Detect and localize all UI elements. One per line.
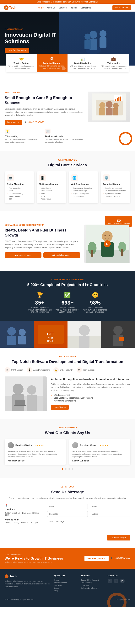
svg-point-25 xyxy=(109,235,110,236)
about-desc: Set to perspiciatis unde ominatis enim u… xyxy=(5,108,84,117)
why-tab-ux[interactable]: 🖥 UX/UI Design xyxy=(5,367,23,372)
consulting-icon: 💼 xyxy=(100,57,127,61)
cta-right: Get Free Quote → 📞 +888 (123) 456-46 xyxy=(84,556,130,561)
footer-services-list: Design & Development UX/UI Strategy IT S… xyxy=(81,579,104,590)
t-header-2: Excellent Works... ★★★★★ xyxy=(72,442,127,448)
name-input[interactable] xyxy=(47,504,88,509)
nav-services[interactable]: Services xyxy=(58,6,66,9)
footer-logo-icon: 🏠 xyxy=(5,574,8,578)
t-author-1: Andrew D. Bricker xyxy=(8,460,63,462)
about-circle-decoration xyxy=(119,132,132,145)
dot-1[interactable] xyxy=(62,468,63,470)
footer-services: Services Design & Development UX/UI Stra… xyxy=(81,574,104,592)
play-button[interactable]: ▶ xyxy=(104,240,111,247)
nav-projects[interactable]: Projects xyxy=(70,6,78,9)
trophy-icon: 🏆 xyxy=(28,292,52,298)
why-tab-tech[interactable]: 🛠 Tech Support xyxy=(76,367,94,372)
cta-section: Need Consultation ? We're Ready to Growt… xyxy=(0,548,135,569)
footer-quicklinks-list: Home About Company Our Team Career Blog xyxy=(54,579,77,592)
email-input[interactable] xyxy=(90,504,130,509)
footer-link-home[interactable]: Home xyxy=(54,579,77,581)
service-tech-list: Security Management Environment Administ… xyxy=(103,187,128,198)
t-header-1: Excellent Works... ★★★★★ xyxy=(8,442,63,448)
svg-rect-32 xyxy=(7,336,16,345)
social-icons: f t in xyxy=(108,579,130,583)
footer-social-title: Follow Us xyxy=(108,574,130,577)
submit-button[interactable]: Send Message xyxy=(107,535,130,540)
gallery-strip: GET SHIT DONE xyxy=(0,321,135,348)
t-author-2: Andrew D. Bricker xyxy=(72,460,127,462)
counter-sat-label: Clients SatisfactionWith 35 years of exp… xyxy=(83,307,107,313)
about-feature-2-title: Business Growth xyxy=(45,135,84,138)
logo[interactable]: 🏠 Tech xyxy=(4,6,16,10)
testimonials-section: Clients Feedback What Our Clients Say Us… xyxy=(0,419,135,478)
form-name-email-row xyxy=(47,504,130,509)
service-dm-item-4: Market Analysis xyxy=(7,195,32,198)
phone-number: +888 (123) 456-78 xyxy=(28,121,44,123)
nav-about[interactable]: About Us xyxy=(47,6,55,9)
footer-svc-1[interactable]: Design & Development xyxy=(81,579,104,581)
svg-point-52 xyxy=(27,385,36,394)
message-textarea[interactable] xyxy=(47,519,130,534)
svg-point-9 xyxy=(99,102,106,108)
stat-marketing-arrow[interactable]: → xyxy=(92,66,96,70)
service-web-title: Web Development xyxy=(71,183,96,185)
dot-4[interactable] xyxy=(72,468,73,470)
svg-point-31 xyxy=(7,327,16,336)
service-mob-item-3: Swift xyxy=(39,192,64,195)
svg-rect-27 xyxy=(91,250,93,257)
stat-consulting-desc: With over 35 years of experience. 500+ e… xyxy=(100,65,127,70)
t-text-1: Sed ut perspiciatis unde omnis iste natu… xyxy=(8,450,63,458)
t-avatar-2 xyxy=(72,442,78,448)
footer-svc-2[interactable]: UX/UI Strategy xyxy=(81,581,104,584)
about-learn-button[interactable]: Learn More → xyxy=(5,120,22,125)
stat-trusted-arrow[interactable]: → xyxy=(31,66,35,70)
get-quote-button[interactable]: Get a Quote ▾ xyxy=(112,5,131,10)
why-learn-button[interactable]: Learn More → xyxy=(51,405,69,410)
nav-home[interactable]: Home xyxy=(38,6,44,9)
nav-contact[interactable]: Contact Us xyxy=(80,6,91,9)
why-list-item-3: Wireframing & Prototyping xyxy=(51,400,130,402)
ux-tab-icon: 🖥 xyxy=(5,367,10,372)
footer-link-about[interactable]: About Company xyxy=(54,581,77,584)
subject-input[interactable] xyxy=(90,511,130,517)
footer-link-blog[interactable]: Blog xyxy=(54,590,77,592)
service-mob-list: UX/UI Design Cross-Platform Swift Kotlin… xyxy=(39,187,64,200)
stats-row: 🤝 Trusted Partner With over 35 years of … xyxy=(6,54,129,72)
svg-point-42 xyxy=(79,325,90,336)
counter-grid: 🏆 35+ Years Of ExperienceWith 35 years o… xyxy=(5,292,130,313)
hero-cta-button[interactable]: Let's Get Started → xyxy=(5,48,29,53)
phone-badge: 📞 +888 (123) 456-78 xyxy=(25,121,44,123)
why-tab-apps[interactable]: 📱 Apps Development xyxy=(27,367,50,372)
facebook-icon[interactable]: f xyxy=(108,579,112,583)
instagram-icon[interactable]: in xyxy=(120,579,124,583)
footer-svc-3[interactable]: IT Security xyxy=(81,584,104,587)
twitter-icon[interactable]: t xyxy=(114,579,118,583)
services-title: Digital Core Services xyxy=(5,162,130,168)
dot-3[interactable] xyxy=(68,468,70,470)
hours-text: Monday – Friday : 08:00am – 10:00pm xyxy=(5,522,43,524)
why-list: UX/UI Assessment Deep Contextual Researc… xyxy=(51,394,130,402)
footer-decoration xyxy=(5,600,130,604)
counter-exp-label: Years Of ExperienceWith 35 years of expe… xyxy=(28,307,52,313)
business-label: Guaranteed Customer Satisfaction xyxy=(5,224,80,226)
why-tabs: 🖥 UX/UI Design 📱 Apps Development 🔒 Cybe… xyxy=(5,367,130,372)
about-feature-1-desc: 30 under consectetur adiby tur ullamcorp… xyxy=(5,138,42,144)
dot-2[interactable] xyxy=(65,468,66,470)
stat-marketing: 📊 Digital Marketing With over 35 years o… xyxy=(68,54,98,72)
why-tab-cyber[interactable]: 🔒 Cyber Security xyxy=(54,367,73,372)
stat-trusted: 🤝 Trusted Partner With over 35 years of … xyxy=(6,54,37,72)
footer-circle-decoration xyxy=(107,593,126,608)
svg-rect-19 xyxy=(120,96,121,101)
cta-quote-button[interactable]: Get Free Quote → xyxy=(84,556,109,561)
svg-point-24 xyxy=(104,235,106,236)
footer-link-team[interactable]: Our Team xyxy=(54,584,77,587)
contact-hours: Working Hour Monday – Friday : 08:00am –… xyxy=(5,518,43,524)
stat-consulting-arrow[interactable]: → xyxy=(123,66,127,70)
phone-input[interactable] xyxy=(47,511,88,517)
stat-support-arrow[interactable]: → xyxy=(62,66,66,70)
footer-svc-4[interactable]: Software Development xyxy=(81,587,104,590)
footer-link-career[interactable]: Career xyxy=(54,587,77,590)
experience-num: 25 xyxy=(108,218,130,223)
gallery-3 xyxy=(68,321,101,348)
